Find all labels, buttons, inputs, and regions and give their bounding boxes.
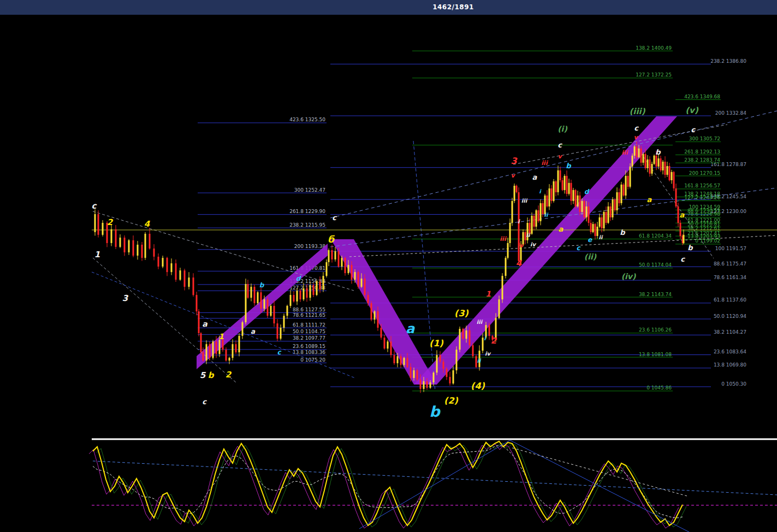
price-channel[interactable]	[414, 116, 677, 385]
wave-label[interactable]: c	[691, 126, 696, 134]
fib-level-label: 13.8 1069.80	[714, 362, 746, 368]
candle-body	[364, 279, 366, 295]
wave-label[interactable]: iii	[500, 235, 507, 243]
candle	[616, 187, 618, 214]
trendline[interactable]	[93, 461, 777, 495]
wave-label[interactable]: a	[647, 196, 653, 204]
wave-label[interactable]: 2	[491, 336, 497, 346]
candle-body	[331, 250, 333, 259]
candle-body	[242, 322, 244, 336]
wave-label[interactable]: 1	[94, 250, 100, 259]
trendline[interactable]	[93, 258, 236, 382]
wave-label[interactable]: (ii)	[584, 252, 597, 261]
candle	[287, 305, 288, 319]
candle-body	[384, 338, 385, 348]
wave-label[interactable]: ii	[477, 358, 482, 364]
trendline[interactable]	[512, 448, 687, 496]
wave-label[interactable]: d	[296, 275, 301, 282]
wave-label[interactable]: ii	[599, 234, 603, 240]
wave-label[interactable]: e	[588, 236, 592, 244]
candle-body	[612, 199, 614, 217]
wave-label[interactable]: a	[559, 225, 564, 233]
wave-label[interactable]: (4)	[471, 381, 485, 391]
candle-body	[264, 299, 265, 309]
candle	[630, 163, 631, 188]
wave-label[interactable]: iii	[621, 149, 628, 156]
wave-label[interactable]: a	[680, 211, 685, 219]
wave-label[interactable]: ii	[544, 212, 549, 218]
candle	[242, 321, 244, 339]
wave-label[interactable]: 2	[107, 217, 114, 227]
wave-label[interactable]: d	[584, 188, 590, 196]
wave-label[interactable]: 1	[485, 289, 491, 298]
wave-label[interactable]: c	[202, 398, 207, 406]
candle	[667, 162, 668, 177]
candle-body	[645, 154, 646, 168]
candle	[584, 199, 585, 219]
wave-label[interactable]: c	[557, 141, 562, 149]
wave-label[interactable]: iv	[530, 241, 536, 247]
trendline[interactable]	[510, 440, 689, 532]
wave-label[interactable]: c	[576, 244, 580, 252]
wave-label[interactable]: 4	[516, 258, 522, 268]
wave-label[interactable]: 5	[200, 370, 206, 380]
candle	[536, 209, 537, 229]
wave-label[interactable]: iii	[541, 159, 548, 167]
fib-level-label: 423.6 1349.68	[684, 94, 720, 99]
wave-label[interactable]: c	[680, 255, 685, 263]
wave-label[interactable]: i	[539, 188, 542, 194]
candle	[358, 270, 359, 289]
wave-label[interactable]: c	[92, 201, 97, 211]
fib-level-label: 78.6 1161.34	[714, 275, 746, 280]
wave-label[interactable]: b	[208, 370, 215, 380]
candle-body	[662, 162, 664, 170]
wave-label[interactable]: iii	[477, 319, 483, 325]
wave-label[interactable]: (3)	[454, 308, 468, 318]
fib-level-label: 78.6 1121.65	[293, 312, 325, 318]
candle	[562, 178, 564, 191]
wave-label[interactable]: 3	[122, 293, 129, 303]
wave-label[interactable]: c	[634, 124, 639, 132]
wave-label[interactable]: (1)	[429, 338, 443, 348]
wave-label[interactable]: v	[511, 172, 515, 179]
candle-body	[390, 341, 392, 355]
candle-body	[538, 210, 539, 221]
wave-label[interactable]: a	[202, 320, 207, 328]
candle-body	[351, 265, 353, 280]
wave-label[interactable]: b	[259, 281, 265, 289]
wave-label[interactable]: b	[429, 403, 441, 420]
candle	[577, 191, 579, 208]
wave-label[interactable]: b	[566, 162, 572, 170]
wave-label[interactable]: (2)	[444, 395, 458, 406]
wave-label[interactable]: c	[277, 348, 281, 356]
candle	[384, 335, 385, 350]
wave-label[interactable]: i	[518, 218, 520, 224]
wave-label[interactable]: b	[620, 228, 626, 237]
wave-label[interactable]: b	[655, 148, 661, 156]
candle-body	[175, 263, 177, 280]
wave-label[interactable]: 3	[511, 156, 518, 166]
trendline[interactable]	[359, 440, 510, 529]
wave-label[interactable]: (i)	[557, 125, 567, 133]
candle-body	[625, 176, 627, 196]
wave-label[interactable]: iv	[518, 242, 525, 249]
wave-label[interactable]: iii	[521, 198, 528, 204]
wave-label[interactable]: v	[557, 153, 562, 160]
wave-label[interactable]: b	[687, 244, 693, 252]
wave-label[interactable]: a	[406, 321, 415, 336]
wave-label[interactable]: 1	[218, 332, 224, 341]
wave-label[interactable]: б	[328, 234, 335, 245]
price-channel[interactable]	[331, 239, 437, 385]
chart-canvas[interactable]: 423.6 1325.50300 1252.47261.8 1229.90238…	[0, 0, 777, 532]
wave-label[interactable]: 4	[144, 219, 150, 229]
wave-label[interactable]: (v)	[685, 105, 699, 115]
wave-label[interactable]: iv	[485, 351, 491, 357]
wave-label[interactable]: a	[251, 328, 256, 335]
candle	[489, 323, 490, 340]
wave-label[interactable]: (iv)	[621, 272, 636, 281]
wave-label[interactable]: a	[532, 173, 538, 181]
wave-label[interactable]: (iii)	[629, 107, 645, 116]
wave-label[interactable]: 2	[226, 370, 232, 380]
fib-level-label: 13.8 1081.08	[639, 352, 672, 357]
wave-label[interactable]: c	[332, 214, 337, 222]
